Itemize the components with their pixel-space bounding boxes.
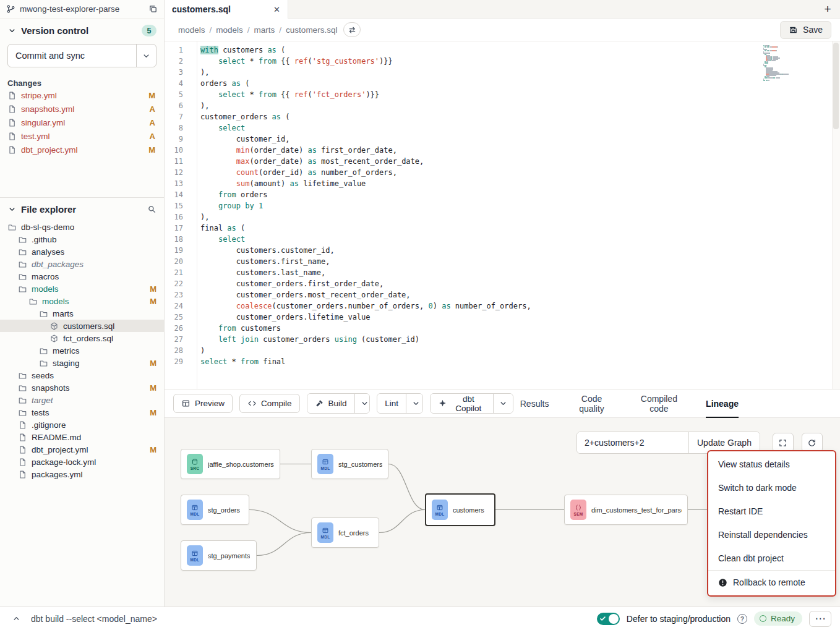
panel-tab-lineage[interactable]: Lineage (706, 389, 739, 417)
code-line[interactable]: 22 customer_orders.first_order_date, (165, 278, 840, 289)
lineage-node-stg-payments[interactable]: MDLstg_payments (181, 540, 257, 571)
code-line[interactable]: 9 customer_id, (165, 134, 840, 145)
changed-file-test-yml[interactable]: test.ymlA (7, 130, 156, 142)
code-line[interactable]: 26 from customers (165, 323, 840, 334)
build-button[interactable]: Build (307, 394, 354, 413)
tree-item-metrics[interactable]: metrics (0, 344, 164, 357)
panel-tab-results[interactable]: Results (520, 389, 549, 417)
tree-item-staging[interactable]: stagingM (0, 357, 164, 369)
code-line[interactable]: 20 customers.first_name, (165, 256, 840, 267)
tree-item-target[interactable]: target (0, 394, 164, 406)
lineage-node-stg-orders[interactable]: MDLstg_orders (181, 495, 249, 525)
tree-item-packages-yml[interactable]: packages.yml (0, 468, 164, 480)
changed-file-dbt-project-yml[interactable]: dbt_project.ymlM (7, 143, 156, 156)
code-line[interactable]: 25 customer_orders.lifetime_value (165, 312, 840, 323)
changed-file-snapshots-yml[interactable]: snapshots.ymlA (7, 103, 156, 115)
tree-item-analyses[interactable]: analyses (0, 245, 164, 258)
tree-item-seeds[interactable]: seeds (0, 369, 164, 381)
code-editor[interactable]: 1with customers as (2 select * from {{ r… (165, 41, 840, 389)
lineage-node-fct-orders[interactable]: MDLfct_orders (311, 517, 379, 548)
code-line[interactable]: 16), (165, 211, 840, 223)
lineage-node-customers[interactable]: MDLcustomers (425, 493, 495, 526)
copy-icon[interactable] (148, 4, 158, 14)
command-hint[interactable]: dbt build --select <model_name> (31, 614, 157, 624)
code-line[interactable]: 29select * from final (165, 356, 840, 367)
copilot-dropdown-button[interactable] (493, 394, 513, 413)
menu-item-clean-dbt-project[interactable]: Clean dbt project (708, 547, 835, 570)
search-icon[interactable] (147, 205, 156, 214)
tab-customers-sql[interactable]: customers.sql ✕ (165, 0, 288, 19)
menu-item-switch-to-dark-mode[interactable]: Switch to dark mode (708, 476, 835, 500)
commit-dropdown-button[interactable] (136, 45, 156, 67)
breadcrumb-item-marts[interactable]: marts (254, 25, 275, 35)
minimap[interactable] (763, 45, 799, 81)
menu-item-rollback-to-remote[interactable]: Rollback to remote (708, 570, 835, 594)
panel-tab-compiled-code[interactable]: Compiled code (635, 389, 684, 417)
code-line[interactable]: 27 left join customer_orders using (cust… (165, 334, 840, 345)
breadcrumb-item-customers-sql[interactable]: customers.sql (286, 25, 337, 35)
branch-selector[interactable]: mwong-test-explorer-parse (0, 0, 164, 19)
close-icon[interactable]: ✕ (273, 5, 280, 14)
code-line[interactable]: 4orders as ( (165, 78, 840, 89)
changed-file-stripe-yml[interactable]: stripe.ymlM (7, 89, 156, 101)
menu-item-restart-ide[interactable]: Restart IDE (708, 500, 835, 523)
lineage-node-dim-customers-test-for-parse[interactable]: SEMdim_customers_test_for_parse (564, 495, 688, 525)
code-line[interactable]: 12 count(order_id) as number_of_orders, (165, 167, 840, 178)
code-line[interactable]: 5 select * from {{ ref('fct_orders')}} (165, 89, 840, 100)
code-line[interactable]: 10 min(order_date) as first_order_date, (165, 145, 840, 156)
defer-toggle[interactable] (597, 613, 620, 625)
tree-item-db-sl-qs-demo[interactable]: db-sl-qs-demo (0, 221, 164, 233)
tree-item-fct-orders-sql[interactable]: fct_orders.sql (0, 332, 164, 344)
code-line[interactable]: 3), (165, 67, 840, 78)
compile-button[interactable]: Compile (239, 394, 300, 413)
lineage-selector-input[interactable] (577, 432, 688, 453)
lineage-node-stg-customers[interactable]: MDLstg_customers (311, 449, 388, 479)
editor-scrollbar[interactable] (832, 41, 840, 389)
tree-item-tests[interactable]: testsM (0, 406, 164, 419)
code-line[interactable]: 21 customers.last_name, (165, 267, 840, 278)
new-tab-button[interactable]: + (815, 0, 840, 18)
changed-file-singular-yml[interactable]: singular.ymlA (7, 116, 156, 129)
code-line[interactable]: 7customer_orders as ( (165, 111, 840, 122)
code-line[interactable]: 23 customer_orders.most_recent_order_dat… (165, 289, 840, 300)
code-line[interactable]: 18 select (165, 234, 840, 245)
lineage-node-jaffle-shop-customers[interactable]: SRCjaffle_shop.customers (181, 449, 280, 479)
code-line[interactable]: 6), (165, 100, 840, 111)
lint-dropdown-button[interactable] (406, 394, 423, 413)
code-line[interactable]: 14 from orders (165, 189, 840, 200)
tree-item-dbt-project-yml[interactable]: dbt_project.ymlM (0, 443, 164, 456)
tree-item-github[interactable]: .github (0, 233, 164, 245)
code-line[interactable]: 19 customers.customer_id, (165, 245, 840, 256)
preview-button[interactable]: Preview (173, 394, 233, 413)
tree-item-snapshots[interactable]: snapshotsM (0, 381, 164, 394)
tree-item-package-lock-yml[interactable]: package-lock.yml (0, 456, 164, 468)
tree-item-customers-sql[interactable]: customers.sql (0, 320, 164, 332)
code-line[interactable]: 13 sum(amount) as lifetime_value (165, 178, 840, 189)
code-line[interactable]: 15 group by 1 (165, 200, 840, 211)
code-line[interactable]: 8 select (165, 122, 840, 134)
chevron-down-icon[interactable] (7, 26, 17, 35)
tree-item-dbt-packages[interactable]: dbt_packages (0, 258, 164, 270)
commit-and-sync-button[interactable]: Commit and sync (8, 45, 136, 67)
breadcrumb-item-models[interactable]: models (178, 25, 205, 35)
help-icon[interactable]: ? (737, 614, 747, 624)
tree-item-models[interactable]: modelsM (0, 283, 164, 295)
lint-button[interactable]: Lint (377, 394, 406, 413)
save-button[interactable]: Save (780, 21, 831, 39)
breadcrumb-item-models[interactable]: models (216, 25, 243, 35)
more-options-button[interactable]: ⋯ (809, 611, 831, 627)
dbt-copilot-button[interactable]: dbt Copilot (431, 394, 493, 413)
build-dropdown-button[interactable] (354, 394, 371, 413)
code-line[interactable]: 17final as ( (165, 223, 840, 234)
tree-item-readme-md[interactable]: README.md (0, 431, 164, 443)
expand-panel-button[interactable] (9, 611, 24, 626)
panel-tab-code-quality[interactable]: Code quality (571, 389, 612, 417)
menu-item-view-status-details[interactable]: View status details (708, 453, 835, 476)
chevron-down-icon[interactable] (7, 205, 17, 214)
code-line[interactable]: 11 max(order_date) as most_recent_order_… (165, 156, 840, 167)
code-line[interactable]: 1with customers as ( (165, 45, 840, 56)
code-line[interactable]: 2 select * from {{ ref('stg_customers')}… (165, 56, 840, 67)
tree-item-macros[interactable]: macros (0, 270, 164, 283)
tree-item-gitignore[interactable]: .gitignore (0, 419, 164, 431)
code-line[interactable]: 24 coalesce(customer_orders.number_of_or… (165, 300, 840, 312)
